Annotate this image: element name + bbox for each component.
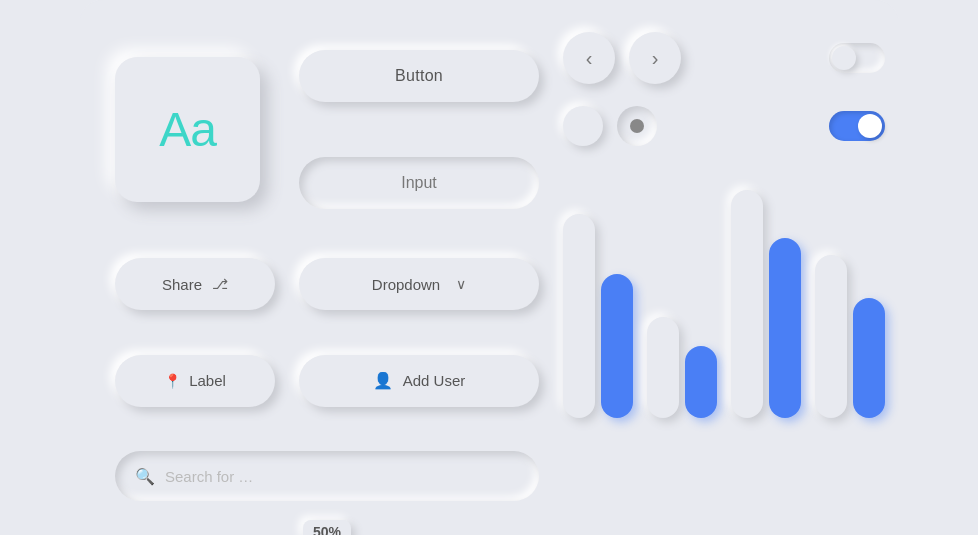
bar-3-filled (769, 238, 801, 418)
bar-1-empty (563, 214, 595, 418)
share-icon: ⎇ (212, 276, 228, 292)
label-btn-text: Label (189, 372, 226, 389)
bar-4-empty (815, 255, 847, 418)
search-bar[interactable]: 🔍 Search for … (115, 451, 539, 501)
bar-2-empty (647, 317, 679, 418)
input-label: Input (401, 174, 437, 192)
input-field[interactable]: Input (299, 157, 539, 209)
location-icon: 📍 (164, 373, 181, 389)
radio-buttons (563, 106, 657, 146)
toggle-thumb-on (858, 114, 882, 138)
bar-group-4 (815, 178, 885, 418)
label-button[interactable]: 📍 Label (115, 355, 275, 407)
toggle-off[interactable] (829, 43, 885, 73)
radio-button-selected[interactable] (617, 106, 657, 146)
add-user-button[interactable]: 👤 Add User (299, 355, 539, 407)
dropdown-button[interactable]: Dropdown ∨ (299, 258, 539, 310)
bar-group-1 (563, 178, 633, 418)
bar-4-filled (853, 298, 885, 418)
typography-label: Aa (159, 102, 216, 157)
nav-buttons: ‹ › (563, 32, 681, 84)
radio-toggle-row (563, 106, 885, 146)
search-placeholder: Search for … (165, 468, 253, 485)
primary-button-label: Button (395, 67, 443, 85)
forward-icon: › (652, 47, 659, 70)
progress-tooltip: 50% (303, 520, 351, 535)
share-button[interactable]: Share ⎇ (115, 258, 275, 310)
progress-value: 50% (313, 524, 341, 535)
primary-button[interactable]: Button (299, 50, 539, 102)
dropdown-label: Dropdown (372, 276, 440, 293)
search-icon: 🔍 (135, 467, 155, 486)
add-user-icon: 👤 (373, 371, 393, 390)
back-icon: ‹ (586, 47, 593, 70)
chevron-down-icon: ∨ (456, 276, 466, 292)
radio-inner-dot (630, 119, 644, 133)
share-label: Share (162, 276, 202, 293)
bar-group-3 (731, 178, 801, 418)
bar-chart (563, 178, 885, 418)
add-user-label: Add User (403, 372, 466, 389)
bar-3-empty (731, 190, 763, 418)
bar-group-2 (647, 178, 717, 418)
back-button[interactable]: ‹ (563, 32, 615, 84)
toggle-on[interactable] (829, 111, 885, 141)
typography-card: Aa (115, 57, 260, 202)
nav-toggles-row: ‹ › (563, 32, 885, 84)
bar-1-filled (601, 274, 633, 418)
toggle-thumb-off (832, 46, 856, 70)
forward-button[interactable]: › (629, 32, 681, 84)
bar-2-filled (685, 346, 717, 418)
radio-button-unselected[interactable] (563, 106, 603, 146)
